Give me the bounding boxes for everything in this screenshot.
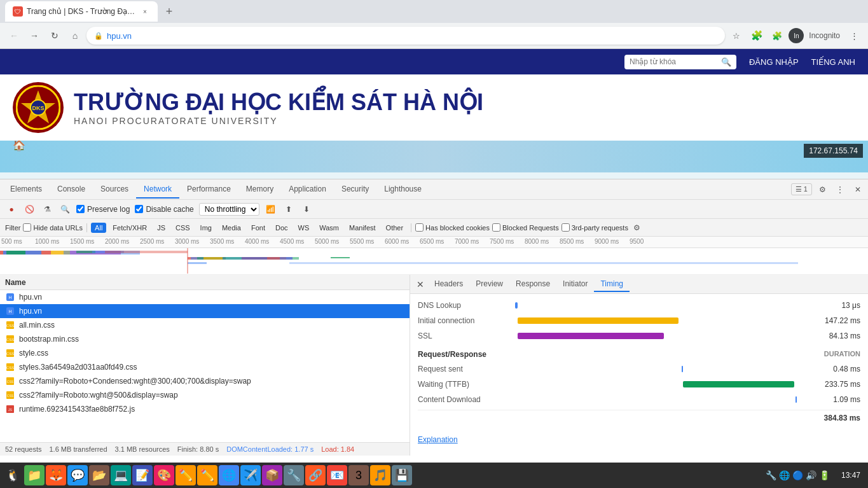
file-row-selected[interactable]: H hpu.vn xyxy=(0,304,410,318)
taskbar-email-icon[interactable]: 📧 xyxy=(327,465,347,485)
login-link[interactable]: ĐĂNG NHẬP xyxy=(749,57,799,67)
details-tab-preview[interactable]: Preview xyxy=(469,277,509,292)
taskbar-ftp-icon[interactable]: 🔗 xyxy=(305,465,326,485)
taskbar-design-icon[interactable]: 🎨 xyxy=(154,465,174,485)
tab-application[interactable]: Application xyxy=(281,181,334,199)
tab-network[interactable]: Network xyxy=(136,181,179,199)
filter-js-button[interactable]: JS xyxy=(153,223,169,233)
filter-fetch-xhr-button[interactable]: Fetch/XHR xyxy=(109,223,151,233)
has-blocked-cookies-checkbox[interactable]: Has blocked cookies xyxy=(415,223,490,232)
file-row[interactable]: H hpu.vn xyxy=(0,290,410,304)
file-row-css2[interactable]: CSS bootstrap.min.css xyxy=(0,332,410,346)
bookmark-button[interactable]: ☆ xyxy=(727,27,745,45)
tray-icon-2[interactable]: 🌐 xyxy=(779,470,790,480)
preserve-log-checkbox[interactable] xyxy=(76,205,85,213)
tab-sources[interactable]: Sources xyxy=(93,181,136,199)
taskbar-music-icon[interactable]: 🎵 xyxy=(370,465,390,485)
active-tab[interactable]: 🛡 Trang chủ | DKS - Trường Đại H... × xyxy=(5,1,158,22)
extensions-puzzle-icon[interactable]: 🧩 xyxy=(768,27,786,45)
extension-icon[interactable]: 🧩 xyxy=(748,27,766,45)
taskbar-counter-icon[interactable]: 3 xyxy=(348,465,369,485)
taskbar-app2-icon[interactable]: 📦 xyxy=(262,465,282,485)
tab-console[interactable]: Console xyxy=(50,181,93,199)
tab-performance[interactable]: Performance xyxy=(179,181,238,199)
language-link[interactable]: TIẾNG ANH xyxy=(811,57,855,67)
new-tab-button[interactable]: + xyxy=(160,3,178,20)
menu-button[interactable]: ⋮ xyxy=(845,27,863,45)
disable-cache-label[interactable]: Disable cache xyxy=(135,205,193,214)
taskbar-chat-icon[interactable]: 💬 xyxy=(67,465,88,485)
taskbar-app3-icon[interactable]: 🔧 xyxy=(284,465,304,485)
preserve-log-label[interactable]: Preserve log xyxy=(76,205,130,214)
devtools-close-button[interactable]: ✕ xyxy=(850,182,865,197)
filter-ws-button[interactable]: WS xyxy=(294,223,313,233)
record-button[interactable]: ● xyxy=(5,203,18,216)
explanation-link[interactable]: Explanation xyxy=(418,435,458,444)
devtools-more-button[interactable]: ⋮ xyxy=(832,182,848,197)
home-button[interactable]: ⌂ xyxy=(66,27,84,45)
export-button[interactable]: ⬇ xyxy=(300,203,313,216)
blocked-requests-input[interactable] xyxy=(492,223,500,232)
tray-icon-battery[interactable]: 🔋 xyxy=(819,470,830,480)
details-tab-initiator[interactable]: Initiator xyxy=(556,277,594,292)
file-row-js[interactable]: JS runtime.6923415433fae8b8f752.js xyxy=(0,402,410,416)
file-row-css3[interactable]: CSS style.css xyxy=(0,346,410,360)
search-box[interactable]: 🔍 xyxy=(624,55,736,69)
search-input[interactable] xyxy=(630,57,719,66)
filter-img-button[interactable]: Img xyxy=(196,223,216,233)
file-row-css4[interactable]: CSS styles.3a64549a2d031aa0fd49.css xyxy=(0,360,410,374)
tray-icon-bluetooth[interactable]: 🔵 xyxy=(792,470,803,480)
address-bar[interactable]: 🔒 hpu.vn xyxy=(86,27,725,45)
hide-data-urls-input[interactable] xyxy=(23,223,31,232)
details-tab-timing[interactable]: Timing xyxy=(594,277,630,292)
filter-media-button[interactable]: Media xyxy=(218,223,245,233)
home-nav-icon[interactable]: 🏠 xyxy=(13,141,25,151)
taskbar-terminal-icon[interactable]: 💻 xyxy=(111,465,131,485)
filter-toggle-button[interactable]: ⚗ xyxy=(41,203,53,216)
taskbar-folder-icon[interactable]: 📂 xyxy=(89,465,109,485)
blocked-requests-checkbox[interactable]: Blocked Requests xyxy=(492,223,559,232)
profile-button[interactable]: In xyxy=(789,28,804,43)
filter-other-button[interactable]: Other xyxy=(382,223,408,233)
throttle-select[interactable]: No throttling xyxy=(199,203,259,216)
taskbar-code-icon[interactable]: 📝 xyxy=(132,465,153,485)
network-settings-button[interactable]: ⚙ xyxy=(631,221,644,234)
import-button[interactable]: ⬆ xyxy=(282,203,295,216)
taskbar-files-icon[interactable]: 📁 xyxy=(24,465,45,485)
details-close-button[interactable]: ✕ xyxy=(413,277,428,292)
hide-data-urls-checkbox[interactable]: Hide data URLs xyxy=(23,223,83,232)
back-button[interactable]: ← xyxy=(5,27,23,45)
filter-font-button[interactable]: Font xyxy=(247,223,269,233)
has-blocked-cookies-input[interactable] xyxy=(415,223,424,232)
tab-security[interactable]: Security xyxy=(334,181,376,199)
taskbar-chrome-icon[interactable]: 🌐 xyxy=(219,465,239,485)
tab-memory[interactable]: Memory xyxy=(238,181,281,199)
tab-lighthouse[interactable]: Lighthouse xyxy=(376,181,429,199)
tab-close-button[interactable]: × xyxy=(140,6,150,17)
tray-icon-1[interactable]: 🔧 xyxy=(766,470,776,480)
devtools-settings-button[interactable]: ⚙ xyxy=(815,182,830,197)
third-party-input[interactable] xyxy=(561,223,570,232)
taskbar-browser-icon[interactable]: 🦊 xyxy=(46,465,66,485)
taskbar-sublime2-icon[interactable]: ✏️ xyxy=(197,465,217,485)
filter-wasm-button[interactable]: Wasm xyxy=(315,223,343,233)
details-tab-headers[interactable]: Headers xyxy=(428,277,469,292)
filter-all-button[interactable]: All xyxy=(91,223,106,233)
taskbar-telegram-icon[interactable]: ✈️ xyxy=(240,465,261,485)
frame-counter[interactable]: ☰ 1 xyxy=(791,183,812,195)
disable-cache-checkbox[interactable] xyxy=(135,205,143,213)
taskbar-app4-icon[interactable]: 💾 xyxy=(392,465,412,485)
filter-doc-button[interactable]: Doc xyxy=(272,223,292,233)
wifi-icon[interactable]: 📶 xyxy=(265,203,277,216)
file-row-css1[interactable]: CSS all.min.css xyxy=(0,318,410,332)
filter-css-button[interactable]: CSS xyxy=(172,223,194,233)
file-row-font1[interactable]: CSS css2?family=Roboto+Condensed:wght@30… xyxy=(0,374,410,388)
reload-button[interactable]: ↻ xyxy=(46,27,64,45)
clear-button[interactable]: 🚫 xyxy=(23,203,36,216)
filter-manifest-button[interactable]: Manifest xyxy=(345,223,380,233)
file-row-font2[interactable]: CSS css2?family=Roboto:wght@500&display=… xyxy=(0,388,410,402)
tab-elements[interactable]: Elements xyxy=(3,181,50,199)
third-party-checkbox[interactable]: 3rd-party requests xyxy=(561,223,628,232)
tray-icon-volume[interactable]: 🔊 xyxy=(806,470,816,480)
forward-button[interactable]: → xyxy=(25,27,43,45)
